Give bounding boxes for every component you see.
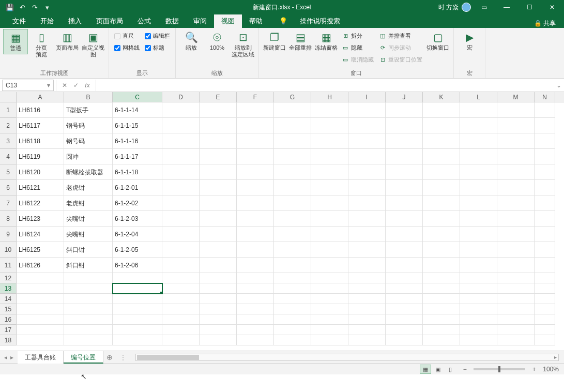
hide-button[interactable]: ▭隐藏 — [340, 43, 376, 53]
cell-K8[interactable] — [423, 211, 460, 227]
cell-C14[interactable] — [113, 294, 162, 304]
cell-C15[interactable] — [113, 304, 162, 314]
cell-G15[interactable] — [274, 304, 311, 314]
cell-M12[interactable] — [497, 273, 535, 283]
cell-K9[interactable] — [423, 227, 460, 242]
cell-A18[interactable] — [17, 335, 64, 345]
cell-D17[interactable] — [162, 325, 200, 335]
cell-H6[interactable] — [311, 180, 348, 195]
cell-F8[interactable] — [237, 211, 274, 227]
cell-B7[interactable]: 老虎钳 — [64, 195, 113, 211]
cell-F9[interactable] — [237, 227, 274, 242]
arrange-all-button[interactable]: ▤全部重排 — [288, 29, 313, 53]
cell-G6[interactable] — [274, 180, 311, 195]
minimize-button[interactable]: — — [497, 0, 516, 14]
row-header-12[interactable]: 12 — [0, 273, 17, 283]
cell-B15[interactable] — [64, 304, 113, 314]
cell-E18[interactable] — [200, 335, 237, 345]
cell-E10[interactable] — [200, 242, 237, 258]
column-header-I[interactable]: I — [348, 92, 386, 102]
cell-J10[interactable] — [386, 242, 423, 258]
column-header-G[interactable]: G — [274, 92, 311, 102]
cell-K17[interactable] — [423, 325, 460, 335]
reset-pos-button[interactable]: ⊡重设窗口位置 — [377, 55, 424, 65]
accept-formula-icon[interactable]: ✓ — [71, 82, 81, 89]
cell-L5[interactable] — [460, 164, 497, 180]
cell-H18[interactable] — [311, 335, 348, 345]
row-header-11[interactable]: 11 — [0, 258, 17, 273]
cell-F17[interactable] — [237, 325, 274, 335]
tell-me[interactable]: 操作说明搜索 — [295, 14, 345, 28]
cell-I14[interactable] — [348, 294, 386, 304]
cell-B9[interactable]: 尖嘴钳 — [64, 227, 113, 242]
cell-K2[interactable] — [423, 118, 460, 133]
cell-L3[interactable] — [460, 133, 497, 149]
cell-I9[interactable] — [348, 227, 386, 242]
cell-A7[interactable]: LH6122 — [17, 195, 64, 211]
cell-I1[interactable] — [348, 102, 386, 118]
split-button[interactable]: ⊞拆分 — [340, 31, 376, 41]
cell-I15[interactable] — [348, 304, 386, 314]
cell-E11[interactable] — [200, 258, 237, 273]
cell-E12[interactable] — [200, 273, 237, 283]
zoom-button[interactable]: 🔍缩放 — [179, 29, 204, 53]
cell-F16[interactable] — [237, 314, 274, 325]
cell-A9[interactable]: LH6124 — [17, 227, 64, 242]
cell-L18[interactable] — [460, 335, 497, 345]
cell-A1[interactable]: LH6116 — [17, 102, 64, 118]
column-header-J[interactable]: J — [386, 92, 423, 102]
tab-insert[interactable]: 插入 — [61, 14, 89, 28]
cell-J3[interactable] — [386, 133, 423, 149]
avatar[interactable] — [462, 3, 471, 12]
cell-I4[interactable] — [348, 149, 386, 164]
cell-B6[interactable]: 老虎钳 — [64, 180, 113, 195]
cell-B5[interactable]: 断螺栓拔取器 — [64, 164, 113, 180]
cell-I8[interactable] — [348, 211, 386, 227]
cell-I13[interactable] — [348, 283, 386, 294]
cell-D9[interactable] — [162, 227, 200, 242]
sheet-tab-1[interactable]: 工器具台账 — [18, 351, 64, 364]
cell-A5[interactable]: LH6120 — [17, 164, 64, 180]
cell-F14[interactable] — [237, 294, 274, 304]
sync-scroll-button[interactable]: ⟳同步滚动 — [377, 43, 424, 53]
new-window-button[interactable]: ❐新建窗口 — [262, 29, 287, 53]
cell-C4[interactable]: 6-1-1-17 — [113, 149, 162, 164]
normal-view-button[interactable]: ▦普通 — [3, 29, 28, 54]
cell-D7[interactable] — [162, 195, 200, 211]
cell-N16[interactable] — [535, 314, 555, 325]
cell-H5[interactable] — [311, 164, 348, 180]
cell-K5[interactable] — [423, 164, 460, 180]
column-header-E[interactable]: E — [200, 92, 237, 102]
cell-E7[interactable] — [200, 195, 237, 211]
redo-icon[interactable]: ↷ — [29, 2, 40, 13]
cell-A11[interactable]: LH6126 — [17, 258, 64, 273]
cell-M10[interactable] — [497, 242, 535, 258]
cell-C12[interactable] — [113, 273, 162, 283]
cell-G17[interactable] — [274, 325, 311, 335]
cell-C5[interactable]: 6-1-1-18 — [113, 164, 162, 180]
cell-N15[interactable] — [535, 304, 555, 314]
cell-A2[interactable]: LH6117 — [17, 118, 64, 133]
cell-F4[interactable] — [237, 149, 274, 164]
cell-C1[interactable]: 6-1-1-14 — [113, 102, 162, 118]
cell-N10[interactable] — [535, 242, 555, 258]
pagelayout-view-icon[interactable]: ▣ — [432, 365, 444, 374]
row-header-7[interactable]: 7 — [0, 195, 17, 211]
qat-customize-icon[interactable]: ▾ — [41, 2, 53, 13]
cell-J2[interactable] — [386, 118, 423, 133]
column-header-A[interactable]: A — [17, 92, 64, 102]
chevron-down-icon[interactable]: ▾ — [47, 82, 50, 89]
cell-G7[interactable] — [274, 195, 311, 211]
cell-E15[interactable] — [200, 304, 237, 314]
row-header-1[interactable]: 1 — [0, 102, 17, 118]
cell-M18[interactable] — [497, 335, 535, 345]
cell-H7[interactable] — [311, 195, 348, 211]
cell-D16[interactable] — [162, 314, 200, 325]
cell-E14[interactable] — [200, 294, 237, 304]
side-by-side-button[interactable]: ◫并排查看 — [377, 31, 424, 41]
cell-L8[interactable] — [460, 211, 497, 227]
cell-K1[interactable] — [423, 102, 460, 118]
zoom-100-button[interactable]: ⦾100% — [205, 29, 230, 53]
column-header-M[interactable]: M — [497, 92, 535, 102]
cell-C2[interactable]: 6-1-1-15 — [113, 118, 162, 133]
